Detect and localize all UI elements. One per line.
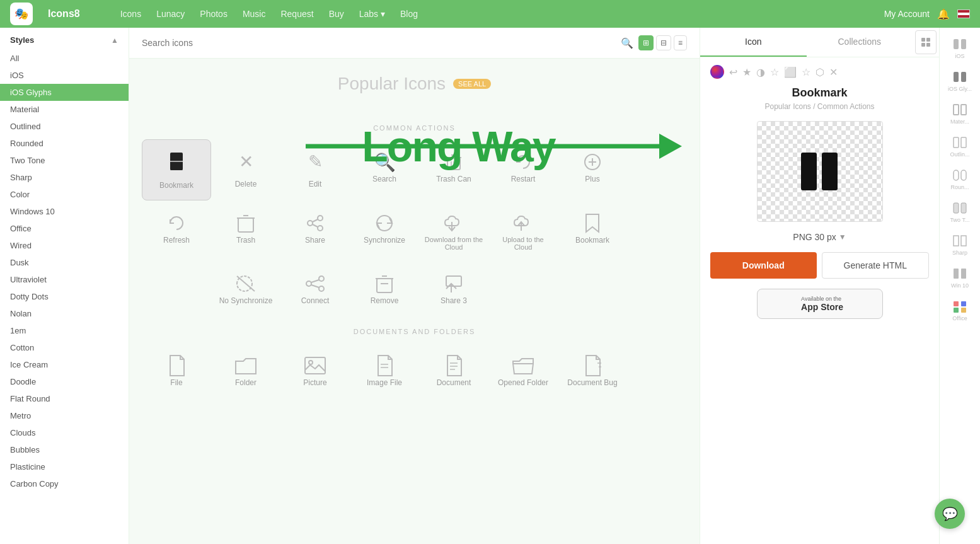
download-button[interactable]: Download [710,252,817,279]
sidebar-item-sharp[interactable]: Sharp [0,169,129,186]
icon-edit[interactable]: ✎ Edit [280,139,350,200]
square-icon[interactable]: ⬜ [784,66,797,78]
sidebar-collapse-btn[interactable]: ▲ [111,36,118,45]
content-scroll[interactable]: Long Way Popular Icons SEE ALL COMMON AC… [129,59,700,544]
list-view-btn[interactable]: ≡ [674,35,687,50]
icon-download-cloud[interactable]: Download from the Cloud [419,200,488,261]
sidebar-item-outlined[interactable]: Outlined [0,118,129,135]
mini-windows10-label: Win 10 [951,282,969,289]
sidebar-item-ios[interactable]: iOS [0,67,129,84]
overlay-icon[interactable]: ◑ [756,66,765,78]
nav-photos[interactable]: Photos [200,9,228,19]
icon-picture[interactable]: Picture [280,343,350,397]
icon-upload-cloud[interactable]: Upload to the Cloud [488,200,558,261]
sidebar-item-metro[interactable]: Metro [0,407,129,424]
icon-refresh[interactable]: Refresh [142,200,211,261]
mini-item-ios[interactable]: iOS [943,33,976,63]
sidebar-item-wired[interactable]: Wired [0,237,129,254]
icon-document[interactable]: Document [419,343,488,397]
language-flag[interactable] [957,9,970,18]
icon-document-bug[interactable]: Document Bug [558,343,627,397]
icon-no-sync[interactable]: No Synchronize [211,261,280,315]
icon-synchronize[interactable]: Synchronize [350,200,419,261]
see-all-badge[interactable]: SEE ALL [453,79,491,89]
chat-bubble[interactable]: 💬 [935,499,965,529]
tab-icon[interactable]: Icon [700,28,807,57]
sidebar-item-dotty-dots[interactable]: Dotty Dots [0,288,129,305]
icon-plus[interactable]: Plus [558,139,627,200]
mini-item-windows10[interactable]: Win 10 [943,262,976,292]
star-filled-icon[interactable]: ★ [742,66,751,78]
icon-connect[interactable]: Connect [280,261,350,315]
mini-item-outlined[interactable]: Outlin... [943,131,976,161]
icon-share3[interactable]: Share 3 [419,261,488,315]
icon-trash-can[interactable]: Trash Can [419,139,488,200]
icon-bookmark-selected[interactable]: Bookmark [142,139,211,200]
nav-music[interactable]: Music [243,9,266,19]
sidebar-item-color[interactable]: Color [0,186,129,203]
grid-view-btn[interactable]: ⊞ [638,35,654,50]
sidebar-item-office[interactable]: Office [0,220,129,237]
icon-share[interactable]: Share [280,200,350,261]
sidebar-item-nolan[interactable]: Nolan [0,305,129,322]
app-logo[interactable]: 🎭 [10,3,33,25]
sidebar-item-ios-glyphs[interactable]: iOS Glyphs [0,84,129,101]
x-icon[interactable]: ✕ [829,66,838,78]
nav-blog[interactable]: Blog [400,9,418,19]
mini-item-material[interactable]: Mater... [943,98,976,129]
sidebar-item-carbon-copy[interactable]: Carbon Copy [0,475,129,492]
sidebar-item-all[interactable]: All [0,50,129,67]
icon-search[interactable]: 🔍 Search [350,139,419,200]
icon-delete[interactable]: ✕ Delete [211,139,280,200]
notification-icon[interactable]: 🔔 [937,8,950,20]
mini-item-two-tone[interactable]: Two T... [943,197,976,227]
sidebar-item-flat-round[interactable]: Flat Round [0,390,129,407]
color-picker[interactable] [710,65,724,79]
search-input[interactable] [142,38,616,48]
mini-item-office[interactable]: Office [943,295,976,325]
sidebar-item-clouds[interactable]: Clouds [0,424,129,441]
icon-folder[interactable]: Folder [211,343,280,397]
undo-icon[interactable]: ↩ [729,66,737,78]
nav-buy[interactable]: Buy [329,9,344,19]
sidebar-item-two-tone[interactable]: Two Tone [0,152,129,169]
tab-collections[interactable]: Collections [807,28,913,57]
icon-bookmark2[interactable]: Bookmark [558,200,627,261]
sidebar-item-dusk[interactable]: Dusk [0,254,129,271]
panel-expand-btn[interactable] [915,30,937,54]
icon-remove[interactable]: Remove [350,261,419,315]
sidebar-item-bubbles[interactable]: Bubbles [0,441,129,458]
star-outline-icon[interactable]: ☆ [770,66,779,78]
mini-item-ios-glyphs[interactable]: iOS Gly... [943,66,976,96]
account-link[interactable]: My Account [884,9,930,19]
compact-view-btn[interactable]: ⊟ [656,35,671,50]
png-size-dropdown-icon[interactable]: ▼ [839,233,846,241]
sidebar-item-windows10[interactable]: Windows 10 [0,203,129,220]
app-store-badge[interactable]: Available on the App Store [757,289,883,319]
sidebar-item-cotton[interactable]: Cotton [0,339,129,356]
icon-opened-folder[interactable]: Opened Folder [488,343,558,397]
sidebar-item-plasticine[interactable]: Plasticine [0,458,129,475]
mini-item-rounded[interactable]: Roun... [943,164,976,194]
generate-html-button[interactable]: Generate HTML [822,252,930,279]
sidebar-item-ice-cream[interactable]: Ice Cream [0,356,129,373]
icon-restart[interactable]: Restart [488,139,558,200]
mini-item-sharp[interactable]: Sharp [943,229,976,260]
nav-icons[interactable]: Icons [120,9,141,19]
sidebar-item-rounded[interactable]: Rounded [0,135,129,152]
nav-labs[interactable]: Labs ▾ [359,9,385,19]
icon-image-file[interactable]: Image File [350,343,419,397]
search-icon[interactable]: 🔍 [621,37,633,49]
nav-request[interactable]: Request [280,9,313,19]
sidebar-item-doodle[interactable]: Doodle [0,373,129,390]
sidebar-item-1em[interactable]: 1em [0,322,129,339]
synchronize-icon-label: Synchronize [364,236,405,245]
icon-trash[interactable]: Trash [211,200,280,261]
nav-lunacy[interactable]: Lunacy [156,9,185,19]
sidebar-item-ultraviolet[interactable]: Ultraviolet [0,271,129,288]
hex-icon[interactable]: ⬡ [816,66,824,78]
sidebar-item-material[interactable]: Material [0,101,129,118]
star2-icon[interactable]: ☆ [802,66,810,78]
svg-rect-61 [954,236,959,246]
icon-file[interactable]: File [142,343,211,397]
